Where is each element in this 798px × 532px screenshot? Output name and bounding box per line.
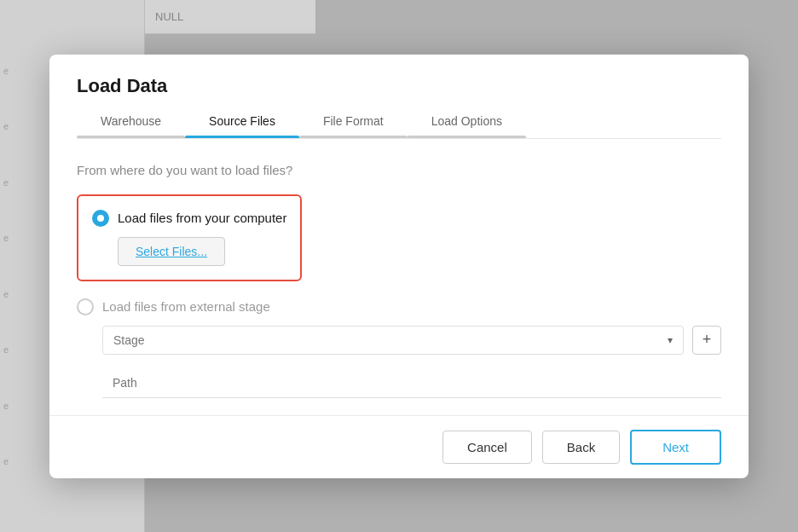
step-file-format[interactable]: File Format [299,114,408,138]
step-load-options[interactable]: Load Options [408,114,526,138]
option-external-section: Load files from external stage ▾ + [77,298,721,398]
option-external-label: Load files from external stage [102,299,270,314]
dialog-footer: Cancel Back Next [49,415,749,478]
step-source-files-label: Source Files [209,114,275,128]
option-computer-label: Load files from your computer [118,211,286,225]
step-source-files[interactable]: Source Files [185,114,299,138]
stage-input[interactable] [113,333,668,347]
step-file-format-underline [299,136,408,138]
cancel-button[interactable]: Cancel [442,431,532,464]
path-input[interactable] [113,376,711,390]
modal-overlay: Load Data Warehouse Source Files File Fo… [0,0,798,532]
source-question: From where do you want to load files? [77,163,721,177]
step-file-format-label: File Format [323,114,384,128]
dialog-title: Load Data [77,75,721,97]
option-external-row: Load files from external stage [77,298,721,315]
select-files-button[interactable]: Select Files... [118,237,225,266]
step-warehouse-label: Warehouse [101,114,161,128]
step-warehouse-underline [77,136,185,138]
dialog-header: Load Data Warehouse Source Files File Fo… [49,55,749,139]
chevron-down-icon: ▾ [668,334,673,346]
next-button[interactable]: Next [630,430,721,465]
add-stage-button[interactable]: + [692,326,721,355]
step-load-options-underline [408,136,526,138]
radio-external-unselected[interactable] [77,298,94,315]
radio-inner-dot [97,215,104,222]
option-computer-box: Load files from your computer Select Fil… [77,194,302,281]
wizard-steps: Warehouse Source Files File Format Load … [77,114,721,139]
radio-computer-selected[interactable] [92,210,109,227]
step-warehouse[interactable]: Warehouse [77,114,185,138]
stage-input-wrap[interactable]: ▾ [102,326,684,355]
path-input-wrap[interactable] [102,368,721,398]
step-load-options-label: Load Options [431,114,502,128]
back-button[interactable]: Back [542,431,620,464]
option-computer-row: Load files from your computer [92,210,286,227]
step-source-files-underline [185,136,299,138]
stage-row: ▾ + [77,326,721,355]
dialog-body: From where do you want to load files? Lo… [49,139,749,415]
load-data-dialog: Load Data Warehouse Source Files File Fo… [49,55,749,478]
